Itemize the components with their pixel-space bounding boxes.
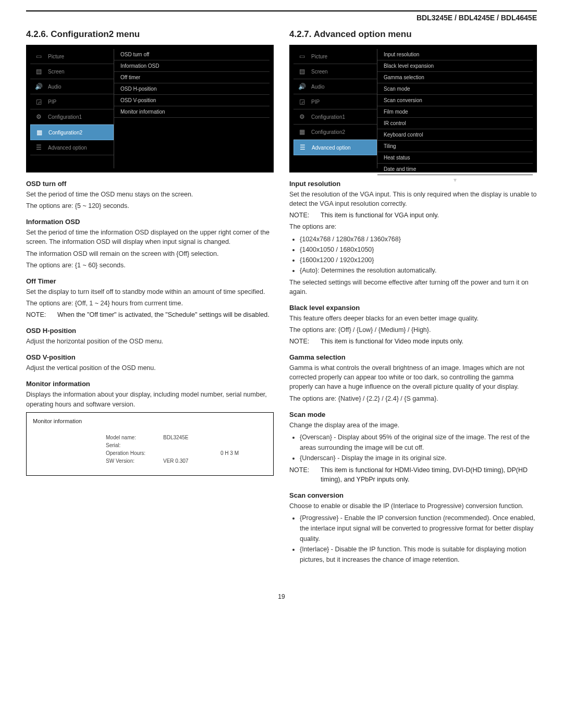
osd-submenu-item[interactable]: OSD V-position [114, 95, 270, 106]
osd-submenu-item[interactable]: Film mode [377, 106, 533, 118]
note-label: NOTE: [26, 310, 51, 319]
list-item: {1600x1200 / 1920x1200} [300, 255, 537, 265]
osd-submenu-item[interactable]: Scan mode [377, 83, 533, 95]
monitor-info-box-title: Monitor information [33, 418, 267, 424]
body-text: The options are: {Off} / {Low} / {Medium… [289, 325, 537, 335]
osd-menu-item[interactable]: ▭Picture [30, 49, 114, 64]
option-list: {1024x768 / 1280x768 / 1360x768}{1400x10… [289, 234, 537, 276]
osd-submenu-item[interactable]: Date and time [377, 164, 533, 175]
list-item: {Overscan} - Display about 95% of the or… [300, 432, 537, 453]
body-text: Choose to enable or disable the IP (Inte… [289, 501, 537, 511]
right-column: 4.2.7. Advanced option menu ▭Picture▤Scr… [289, 29, 537, 572]
body-text: Gamma is what controls the overall brigh… [289, 363, 537, 391]
osd-menu-label: Advanced option [312, 145, 351, 151]
note-body: This item is functional for HDMI-Video t… [321, 465, 537, 484]
osd-menu-label: Audio [311, 84, 325, 90]
osd-menu-item[interactable]: ☰Advanced option [30, 140, 114, 155]
osd-submenu-item[interactable]: OSD H-position [114, 83, 270, 95]
osd-submenu-item[interactable]: Monitor information [114, 106, 270, 118]
black-level-title: Black level expansion [289, 304, 537, 312]
audio-icon: 🔊 [298, 82, 306, 91]
osd-menu-item[interactable]: ▦Configuration2 [293, 125, 377, 140]
osd-menu-label: PIP [311, 99, 320, 105]
section-title-advanced: 4.2.7. Advanced option menu [289, 29, 537, 40]
osd-menu-item[interactable]: ⚙Configuration1 [293, 109, 377, 125]
body-text: Set the period of time the OSD menu stay… [26, 190, 274, 199]
info-value [163, 441, 221, 449]
osd-menu-item[interactable]: ☰Advanced option [293, 140, 377, 155]
body-text: This feature offers deeper blacks for an… [289, 314, 537, 323]
info-label: Serial: [106, 441, 163, 449]
osd-submenu-item[interactable]: Off timer [114, 72, 270, 83]
osd-submenu-item[interactable]: Gamma selection [377, 72, 533, 83]
osd-submenu-item[interactable]: Scan conversion [377, 95, 533, 106]
osd-menu-item[interactable]: 🔊Audio [293, 79, 377, 94]
picture-icon: ▭ [34, 52, 43, 60]
osd-menu-item[interactable]: ▤Screen [293, 64, 377, 79]
info-label: SW Version: [106, 457, 163, 465]
list-item: {1024x768 / 1280x768 / 1360x768} [300, 234, 537, 244]
osd-h-title: OSD H-position [26, 327, 274, 335]
info-value [163, 449, 221, 457]
info-label: Model name: [106, 434, 163, 441]
body-text: Set the resolution of the VGA input. Thi… [289, 190, 537, 208]
osd-menu-item[interactable]: ⚙Configuration1 [30, 109, 114, 125]
osd-menu-item[interactable]: ◲PIP [30, 94, 114, 109]
screen-icon: ▤ [298, 67, 306, 76]
osd-panel-advanced: ▭Picture▤Screen🔊Audio◲PIP⚙Configuration1… [289, 45, 537, 172]
top-rule [26, 10, 537, 11]
osd-menu-item[interactable]: ▤Screen [30, 64, 114, 79]
option-list: {Overscan} - Display about 95% of the or… [289, 432, 537, 463]
monitor-info-box: Monitor information Model name:BDL3245ES… [26, 412, 274, 476]
note-label: NOTE: [289, 465, 314, 484]
osd-submenu-item[interactable]: Tiling [377, 141, 533, 152]
osd-submenu-item[interactable]: Heat status [377, 152, 533, 164]
picture-icon: ▭ [298, 52, 306, 60]
off-timer-title: Off Timer [26, 277, 274, 285]
scan-mode-title: Scan mode [289, 411, 537, 418]
osd-submenu-item[interactable]: IR control [377, 118, 533, 129]
body-text: The options are: {5 ~ 120} seconds. [26, 201, 274, 211]
osd-menu-label: Configuration2 [311, 129, 345, 135]
osd-submenu-item[interactable]: OSD turn off [114, 49, 270, 60]
body-text: Adjust the vertical position of the OSD … [26, 363, 274, 373]
osd-menu-item[interactable]: ▦Configuration2 [30, 125, 114, 140]
osd-menu-label: Advanced option [48, 145, 87, 151]
note-body: When the "Off timer" is activated, the "… [57, 310, 274, 319]
body-text: Set the display to turn itself off to st… [26, 287, 274, 297]
gear-icon: ⚙ [34, 113, 43, 121]
scan-conv-title: Scan conversion [289, 491, 537, 499]
left-column: 4.2.6. Configuration2 menu ▭Picture▤Scre… [26, 29, 274, 572]
audio-icon: 🔊 [34, 82, 43, 91]
osd-menu-item[interactable]: ◲PIP [293, 94, 377, 109]
list-item: {Interlace} - Disable the IP function. T… [300, 544, 537, 565]
body-text: Adjust the horizontal position of the OS… [26, 337, 274, 346]
osd-menu-label: Screen [48, 69, 65, 75]
osd-menu-item[interactable]: 🔊Audio [30, 79, 114, 94]
osd-v-title: OSD V-position [26, 353, 274, 361]
osd-menu-label: Picture [311, 54, 327, 59]
list-item: {1400x1050 / 1680x1050} [300, 244, 537, 255]
note-label: NOTE: [289, 337, 314, 346]
info-value: BDL3245E [163, 434, 221, 441]
osd-left-menu: ▭Picture▤Screen🔊Audio◲PIP⚙Configuration1… [30, 49, 114, 168]
screen-icon: ▤ [34, 67, 43, 76]
chevron-down-icon: ▼ [377, 175, 533, 183]
osd-turnoff-title: OSD turn off [26, 180, 274, 188]
osd-submenu-item[interactable]: Input resolution [377, 49, 533, 60]
body-text: The options are: {Off, 1 ~ 24} hours fro… [26, 299, 274, 308]
body-text: The options are: {1 ~ 60} seconds. [26, 261, 274, 270]
osd-submenu-item[interactable]: Keyboard control [377, 129, 533, 141]
option-list: {Progressive} - Enable the IP conversion… [289, 513, 537, 565]
body-text: Displays the information about your disp… [26, 390, 274, 409]
osd-menu-item[interactable]: ▭Picture [293, 49, 377, 64]
monitor-info-row: Model name:BDL3245E [106, 434, 267, 441]
osd-submenu-item[interactable]: Black level expansion [377, 60, 533, 72]
body-text: Set the period of time the information O… [26, 228, 274, 246]
body-text: The information OSD will remain on the s… [26, 249, 274, 258]
list-item: {Underscan} - Display the image in its o… [300, 453, 537, 463]
advanced-icon: ☰ [34, 143, 43, 152]
monitor-info-title: Monitor information [26, 380, 274, 388]
osd-submenu-item[interactable]: Information OSD [114, 60, 270, 72]
osd-menu-label: Picture [48, 54, 64, 59]
